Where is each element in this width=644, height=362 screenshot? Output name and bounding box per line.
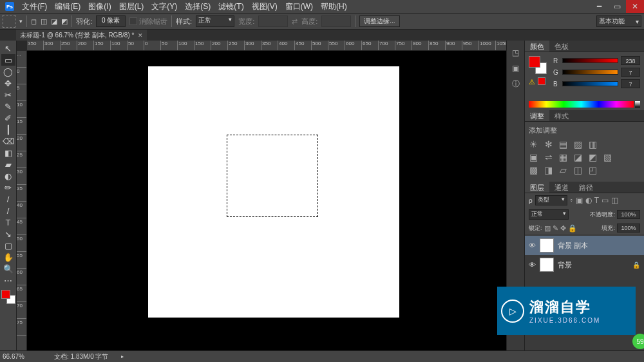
workspace-select[interactable]: 基本功能 bbox=[596, 15, 641, 27]
color-ramp[interactable] bbox=[529, 101, 634, 108]
gradient-tool[interactable]: ◐ bbox=[1, 170, 15, 182]
marquee-tool-icon[interactable] bbox=[3, 15, 15, 28]
color-swatches[interactable] bbox=[1, 290, 15, 304]
feather-input[interactable]: 0 像素 bbox=[96, 15, 126, 27]
lock-all-icon[interactable]: 🔒 bbox=[568, 224, 577, 233]
lock-paint-icon[interactable]: ✎ bbox=[553, 224, 558, 233]
marquee-selection[interactable] bbox=[227, 135, 318, 217]
blur-tool[interactable]: ✏ bbox=[1, 182, 15, 193]
menu-window[interactable]: 窗口(W) bbox=[281, 1, 317, 12]
g-value[interactable]: 7 bbox=[621, 68, 640, 77]
eyedropper-tool[interactable]: ✎ bbox=[1, 100, 15, 112]
foreground-swatch[interactable] bbox=[1, 290, 10, 299]
layer-thumbnail[interactable] bbox=[540, 238, 554, 252]
menu-select[interactable]: 选择(S) bbox=[181, 1, 214, 12]
menu-filter[interactable]: 滤镜(T) bbox=[214, 1, 247, 12]
blend-mode-select[interactable]: 正常 bbox=[529, 209, 569, 220]
filter-shape-icon[interactable]: ▭ bbox=[601, 196, 609, 205]
menu-file[interactable]: 文件(F) bbox=[18, 1, 51, 12]
adj-photo-icon[interactable]: ◪ bbox=[573, 152, 583, 162]
visibility-icon[interactable]: 👁 bbox=[529, 261, 536, 269]
styles-tab[interactable]: 样式 bbox=[549, 110, 574, 121]
layers-tab[interactable]: 图层 bbox=[525, 182, 549, 193]
menu-view[interactable]: 视图(V) bbox=[248, 1, 281, 12]
style-select[interactable]: 正常 bbox=[196, 15, 234, 27]
heal-tool[interactable]: ✐ bbox=[1, 112, 15, 124]
history-brush-tool[interactable]: ◧ bbox=[1, 147, 15, 158]
brush-tool[interactable]: ┃ bbox=[1, 124, 15, 135]
move-tool[interactable]: ↖ bbox=[1, 43, 15, 54]
stamp-tool[interactable]: ⌫ bbox=[1, 135, 15, 147]
layer-name[interactable]: 背景 bbox=[558, 260, 572, 270]
adj-hue-icon[interactable]: ▣ bbox=[529, 152, 538, 162]
layer-row[interactable]: 👁 背景 副本 bbox=[525, 236, 644, 255]
adj-select-icon[interactable]: ◰ bbox=[588, 165, 598, 175]
document-tab[interactable]: 未标题-1 @ 66.7% (背景 副本, RGB/8) * ✕ bbox=[16, 30, 147, 41]
gamut-warning-icon[interactable]: ⚠ bbox=[529, 78, 535, 86]
adj-levels-icon[interactable]: ✻ bbox=[544, 139, 553, 149]
hand-tool[interactable]: ✋ bbox=[1, 251, 15, 263]
close-tab-icon[interactable]: ✕ bbox=[138, 32, 143, 39]
visibility-icon[interactable]: 👁 bbox=[529, 242, 536, 249]
add-sel-icon[interactable]: ◫ bbox=[41, 17, 47, 26]
adj-lut-icon[interactable]: ▧ bbox=[603, 152, 612, 162]
fill-value[interactable]: 100% bbox=[617, 224, 640, 233]
channels-tab[interactable]: 通道 bbox=[549, 182, 574, 193]
b-value[interactable]: 7 bbox=[621, 79, 640, 88]
websafe-swatch[interactable] bbox=[538, 77, 545, 85]
int-sel-icon[interactable]: ◩ bbox=[61, 17, 68, 26]
lock-trans-icon[interactable]: ▨ bbox=[544, 224, 551, 233]
layer-thumbnail[interactable] bbox=[540, 258, 554, 272]
adjust-tab[interactable]: 调整 bbox=[525, 110, 549, 121]
layer-name[interactable]: 背景 副本 bbox=[558, 241, 588, 251]
r-value[interactable]: 238 bbox=[621, 56, 640, 65]
adj-threshold-icon[interactable]: ▱ bbox=[558, 165, 568, 175]
filter-smart-icon[interactable]: ◫ bbox=[611, 196, 618, 205]
doc-info[interactable]: 文档: 1.83M/0 字节 bbox=[54, 352, 108, 361]
pen-tool[interactable]: / bbox=[1, 205, 15, 216]
menu-layer[interactable]: 图层(L) bbox=[115, 1, 148, 12]
opacity-value[interactable]: 100% bbox=[617, 210, 640, 219]
adj-bw-icon[interactable]: ▦ bbox=[558, 152, 568, 162]
minimize-button[interactable]: ━ bbox=[590, 0, 608, 13]
maximize-button[interactable]: ▭ bbox=[608, 0, 626, 13]
adj-balance-icon[interactable]: ⇌ bbox=[544, 152, 553, 162]
filter-type-icon[interactable]: T bbox=[594, 196, 599, 205]
swatches-tab[interactable]: 色板 bbox=[549, 41, 574, 52]
adj-curves-icon[interactable]: ▤ bbox=[558, 139, 568, 149]
menu-image[interactable]: 图像(I) bbox=[84, 1, 115, 12]
zoom-tool[interactable]: 🔍 bbox=[1, 263, 15, 274]
paths-tab[interactable]: 路径 bbox=[574, 182, 598, 193]
layer-row[interactable]: 👁 背景 🔒 bbox=[525, 255, 644, 274]
crop-tool[interactable]: ✂ bbox=[1, 89, 15, 100]
g-slider[interactable] bbox=[562, 70, 618, 75]
util-info-icon[interactable]: ⓘ bbox=[509, 77, 523, 91]
r-slider[interactable] bbox=[562, 58, 618, 63]
util-histogram-icon[interactable]: ◳ bbox=[509, 46, 523, 60]
adj-poster-icon[interactable]: ◨ bbox=[544, 165, 553, 175]
adj-vibrance-icon[interactable]: ▥ bbox=[588, 139, 598, 149]
shape-tool[interactable]: ▢ bbox=[1, 240, 15, 251]
filter-type-select[interactable]: 类型 bbox=[535, 195, 567, 205]
stage[interactable] bbox=[27, 51, 506, 350]
sub-sel-icon[interactable]: ◪ bbox=[51, 17, 57, 26]
path-tool[interactable]: ↘ bbox=[1, 228, 15, 240]
menu-text[interactable]: 文字(Y) bbox=[147, 1, 181, 12]
util-navigator-icon[interactable]: ▣ bbox=[509, 61, 523, 75]
bw-ramp[interactable] bbox=[635, 101, 640, 108]
close-button[interactable]: ✕ bbox=[626, 0, 644, 13]
adj-invert-icon[interactable]: ▩ bbox=[529, 165, 538, 175]
eraser-tool[interactable]: ▰ bbox=[1, 158, 15, 170]
new-sel-icon[interactable]: ◻ bbox=[31, 17, 37, 26]
filter-pixel-icon[interactable]: ▣ bbox=[576, 196, 583, 205]
zoom-field[interactable]: 66.67% bbox=[3, 353, 41, 360]
color-tab[interactable]: 颜色 bbox=[525, 41, 549, 52]
menu-edit[interactable]: 编辑(E) bbox=[51, 1, 84, 12]
b-slider[interactable] bbox=[562, 81, 618, 86]
adj-brightness-icon[interactable]: ☀ bbox=[529, 139, 538, 149]
marquee-tool[interactable]: ▭ bbox=[1, 54, 15, 66]
menu-help[interactable]: 帮助(H) bbox=[317, 1, 351, 12]
adj-gradient-icon[interactable]: ◫ bbox=[573, 165, 583, 175]
wand-tool[interactable]: ✥ bbox=[1, 77, 15, 89]
filter-adjust-icon[interactable]: ◐ bbox=[585, 196, 592, 205]
